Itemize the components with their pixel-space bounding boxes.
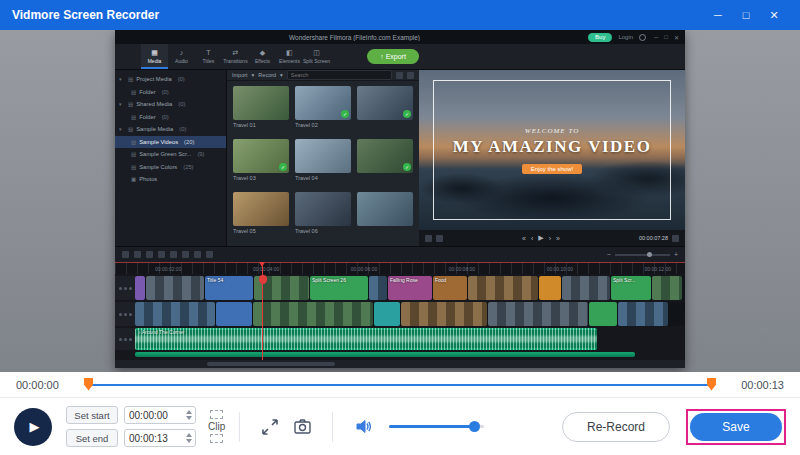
fullscreen-icon: [672, 235, 679, 242]
end-time-field[interactable]: [124, 429, 196, 447]
folder-icon: ▤: [131, 164, 136, 170]
trim-start-marker[interactable]: [84, 378, 93, 391]
media-clip-thumb: [233, 192, 289, 226]
track-header: [115, 276, 135, 300]
audio-icon: ♪: [180, 49, 184, 57]
play-icon: ▶: [538, 234, 543, 242]
end-time-stepper[interactable]: [186, 430, 192, 446]
volume-slider-handle[interactable]: [469, 421, 480, 432]
timeline-clip: [135, 302, 215, 326]
check-icon: ✓: [403, 163, 411, 171]
timeline-clip: [562, 276, 610, 300]
minimize-button[interactable]: ─: [704, 9, 732, 21]
start-time-input[interactable]: [125, 410, 175, 421]
export-arrow-icon: ↑: [380, 53, 384, 60]
mute-button[interactable]: [350, 414, 376, 440]
set-end-button[interactable]: Set end: [66, 429, 118, 447]
recorded-app-title: Wondershare Filmora (FileInfo.com Exampl…: [121, 34, 588, 41]
check-icon: ✓: [279, 163, 287, 171]
re-record-button[interactable]: Re-Record: [562, 412, 670, 442]
end-time-input[interactable]: [125, 433, 175, 444]
recorded-frame: Wondershare Filmora (FileInfo.com Exampl…: [115, 30, 685, 368]
media-clip: Travel 01: [233, 86, 289, 136]
tab-audio: ♪ Audio: [168, 44, 195, 69]
timeline-clip: [216, 302, 252, 326]
camera-icon: [293, 417, 312, 436]
snapshot-button[interactable]: [289, 414, 315, 440]
fullscreen-button[interactable]: [257, 414, 283, 440]
speed-icon: [182, 251, 189, 258]
video-title-text: MY AMAZING VIDEO: [453, 137, 652, 157]
sidebar-item-folder: ▤ Folder (0): [115, 111, 226, 124]
media-clip-thumb: [295, 139, 351, 173]
login-link: Login: [618, 34, 633, 40]
media-icon: ▦: [151, 49, 158, 57]
timeline-toolbar: − +: [115, 246, 685, 262]
trim-slider-track[interactable]: [86, 384, 714, 386]
trim-end-marker[interactable]: [707, 378, 716, 391]
volume-slider-fill: [389, 425, 473, 428]
step-forward-icon: ›: [549, 235, 551, 242]
zoom-in-icon: +: [674, 251, 678, 258]
enjoy-button: Enjoy the show!: [522, 164, 582, 174]
avatar-icon: [639, 34, 646, 41]
recorded-maximize-icon: □: [664, 34, 668, 41]
folder-icon: ▤: [131, 114, 136, 120]
close-button[interactable]: ✕: [760, 9, 788, 22]
media-clip-thumb: ✓: [295, 86, 351, 120]
title-bar[interactable]: Vidmore Screen Recorder ─ □ ✕: [0, 0, 800, 30]
welcome-text: WELCOME TO: [525, 127, 579, 135]
audio-waveform: ♪ Around The Corner: [135, 328, 597, 350]
audio-track-2: [135, 352, 635, 357]
media-panel: Import ▾ Record ▾ Travel 01: [227, 70, 419, 246]
save-button[interactable]: Save: [690, 413, 782, 441]
folder-icon: ▤: [128, 76, 133, 82]
preview-timecode: 00:00:07:28: [639, 235, 668, 241]
clip-end-icon: [210, 434, 223, 443]
timeline-clip: [146, 276, 204, 300]
sidebar-item-sample-colors: ▤ Sample Colors (25): [115, 161, 226, 174]
divider: [239, 412, 240, 442]
marker-icon: [194, 251, 201, 258]
recorded-titlebar: Wondershare Filmora (FileInfo.com Exampl…: [115, 30, 685, 44]
folder-icon: ▤: [128, 126, 133, 132]
step-up-icon[interactable]: [186, 407, 192, 414]
video-canvas: WELCOME TO MY AMAZING VIDEO Enjoy the sh…: [419, 70, 685, 230]
media-clip: ✓ Travel 03: [233, 139, 289, 189]
timeline-clip: [618, 302, 668, 326]
volume-slider[interactable]: [389, 425, 484, 428]
tab-elements: ◧ Elements: [276, 44, 303, 69]
save-button-highlight: Save: [686, 409, 786, 445]
app-window: Vidmore Screen Recorder ─ □ ✕ Wondershar…: [0, 0, 800, 455]
play-button[interactable]: ▶: [14, 408, 52, 446]
chevron-down-icon: ▾: [280, 72, 283, 78]
speaker-icon: [354, 417, 373, 436]
clip-label: Clip: [208, 421, 225, 432]
timeline-clip: [374, 302, 400, 326]
preview-transport-bar: « ‹ ▶ › » 00:00:07:28: [419, 230, 685, 246]
timeline-clip: [488, 302, 588, 326]
search-input: [287, 70, 392, 80]
zoom-slider-knob: [647, 252, 652, 257]
step-up-icon[interactable]: [186, 430, 192, 437]
maximize-button[interactable]: □: [732, 9, 760, 21]
trim-slider[interactable]: [86, 377, 714, 393]
start-time-field[interactable]: [124, 406, 196, 424]
current-time-label: 00:00:00: [16, 379, 74, 391]
preview-stage: Wondershare Filmora (FileInfo.com Exampl…: [0, 30, 800, 372]
check-icon: ✓: [403, 110, 411, 118]
folder-icon: ▤: [131, 139, 136, 145]
sidebar-item-project-media: ▾ ▤ Project Media (0): [115, 73, 226, 86]
set-start-button[interactable]: Set start: [66, 406, 118, 424]
camera-icon: ▣: [131, 176, 136, 182]
record-button: Record: [258, 72, 276, 78]
recorded-menubar: ▦ Media ♪ Audio T Titles ⇄ Transitions ◆: [115, 44, 685, 70]
step-down-icon[interactable]: [186, 439, 192, 446]
timeline-clip: [135, 276, 145, 300]
step-down-icon[interactable]: [186, 416, 192, 423]
timeline-clip: [253, 302, 373, 326]
clip-indicator: Clip: [208, 410, 225, 443]
video-preview-pane: WELCOME TO MY AMAZING VIDEO Enjoy the sh…: [419, 70, 685, 246]
folder-icon: ▤: [131, 151, 136, 157]
start-time-stepper[interactable]: [186, 407, 192, 423]
